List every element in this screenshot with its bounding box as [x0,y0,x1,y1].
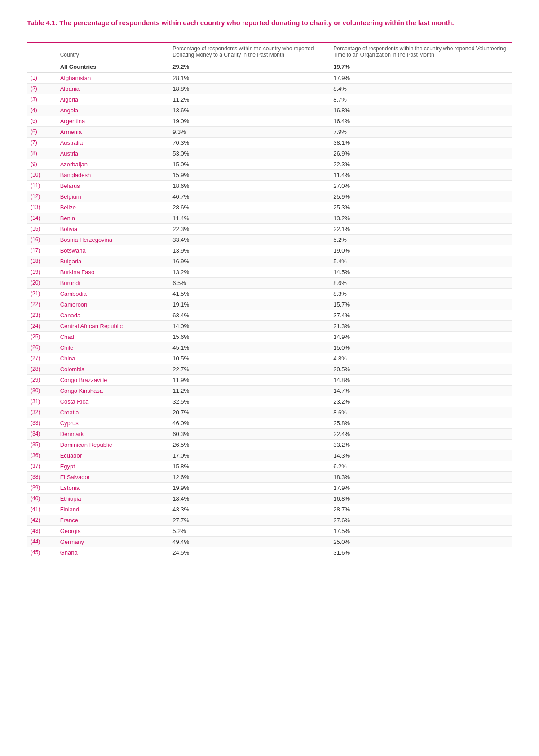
table-row: (13)Belize28.6%25.3% [27,202,512,213]
row-volunteer: 22.4% [330,428,512,439]
all-countries-donate: 29.2% [169,61,330,72]
table-row: (6)Armenia9.3%7.9% [27,126,512,137]
table-row: (24)Central African Republic14.0%21.3% [27,320,512,331]
row-donate: 26.5% [169,439,330,450]
row-num: (29) [27,374,57,385]
row-donate: 46.0% [169,418,330,428]
row-country: Belize [57,202,169,213]
th-country: Country [57,42,169,61]
row-num: (17) [27,245,57,256]
table-row: (22)Cameroon19.1%15.7% [27,299,512,310]
row-country: Dominican Republic [57,439,169,450]
row-country: Egypt [57,461,169,471]
table-row: (19)Burkina Faso13.2%14.5% [27,267,512,277]
row-country: Azerbaijan [57,159,169,169]
row-volunteer: 11.4% [330,169,512,180]
row-country: Afghanistan [57,72,169,83]
table-row: (12)Belgium40.7%25.9% [27,191,512,202]
row-donate: 60.3% [169,428,330,439]
table-row: (21)Cambodia41.5%8.3% [27,288,512,299]
all-countries-row: All Countries 29.2% 19.7% [27,61,512,72]
row-country: Botswana [57,245,169,256]
row-volunteer: 14.5% [330,267,512,277]
table-row: (28)Colombia22.7%20.5% [27,364,512,374]
row-volunteer: 38.1% [330,137,512,148]
row-num: (32) [27,407,57,418]
row-volunteer: 14.9% [330,331,512,342]
row-volunteer: 14.7% [330,385,512,396]
table-row: (15)Bolivia22.3%22.1% [27,223,512,234]
row-num: (42) [27,515,57,525]
table-row: (5)Argentina19.0%16.4% [27,116,512,126]
row-num: (31) [27,396,57,407]
table-row: (37)Egypt15.8%6.2% [27,461,512,471]
table-row: (31)Costa Rica32.5%23.2% [27,396,512,407]
row-donate: 18.4% [169,493,330,504]
row-num: (15) [27,223,57,234]
row-volunteer: 23.2% [330,396,512,407]
row-volunteer: 16.8% [330,105,512,116]
row-country: Argentina [57,116,169,126]
row-volunteer: 25.0% [330,536,512,547]
row-donate: 33.4% [169,234,330,245]
row-country: Chile [57,342,169,353]
row-country: Finland [57,504,169,515]
row-volunteer: 18.3% [330,471,512,482]
row-country: Austria [57,148,169,159]
th-donate: Percentage of respondents within the cou… [169,42,330,61]
row-num: (5) [27,116,57,126]
row-volunteer: 25.8% [330,418,512,428]
row-num: (23) [27,310,57,320]
row-volunteer: 28.7% [330,504,512,515]
row-donate: 15.6% [169,331,330,342]
row-country: Algeria [57,94,169,105]
table-row: (2)Albania18.8%8.4% [27,83,512,94]
table-row: (1)Afghanistan28.1%17.9% [27,72,512,83]
row-country: Burundi [57,277,169,288]
table-row: (9)Azerbaijan15.0%22.3% [27,159,512,169]
row-donate: 41.5% [169,288,330,299]
row-country: Denmark [57,428,169,439]
row-volunteer: 15.7% [330,299,512,310]
table-row: (41)Finland43.3%28.7% [27,504,512,515]
row-country: Benin [57,213,169,223]
row-donate: 28.1% [169,72,330,83]
row-num: (7) [27,137,57,148]
table-row: (38)El Salvador12.6%18.3% [27,471,512,482]
row-num: (40) [27,493,57,504]
row-num: (18) [27,256,57,267]
row-donate: 22.7% [169,364,330,374]
row-country: Bangladesh [57,169,169,180]
table-row: (44)Germany49.4%25.0% [27,536,512,547]
row-donate: 19.0% [169,116,330,126]
row-country: Ethiopia [57,493,169,504]
table-row: (43)Georgia5.2%17.5% [27,525,512,536]
row-num: (38) [27,471,57,482]
row-country: Albania [57,83,169,94]
row-donate: 18.6% [169,180,330,191]
row-volunteer: 17.9% [330,482,512,493]
row-volunteer: 16.4% [330,116,512,126]
table-row: (3)Algeria11.2%8.7% [27,94,512,105]
row-country: Costa Rica [57,396,169,407]
table-row: (40)Ethiopia18.4%16.8% [27,493,512,504]
row-num: (33) [27,418,57,428]
row-country: France [57,515,169,525]
row-volunteer: 17.5% [330,525,512,536]
row-num: (19) [27,267,57,277]
row-volunteer: 4.8% [330,353,512,364]
row-volunteer: 27.0% [330,180,512,191]
row-num: (8) [27,148,57,159]
row-donate: 13.2% [169,267,330,277]
row-num: (28) [27,364,57,374]
row-num: (3) [27,94,57,105]
row-volunteer: 8.6% [330,277,512,288]
row-num: (13) [27,202,57,213]
row-country: Cameroon [57,299,169,310]
row-donate: 32.5% [169,396,330,407]
row-volunteer: 14.8% [330,374,512,385]
row-volunteer: 26.9% [330,148,512,159]
row-country: Armenia [57,126,169,137]
row-country: Chad [57,331,169,342]
row-donate: 24.5% [169,547,330,558]
